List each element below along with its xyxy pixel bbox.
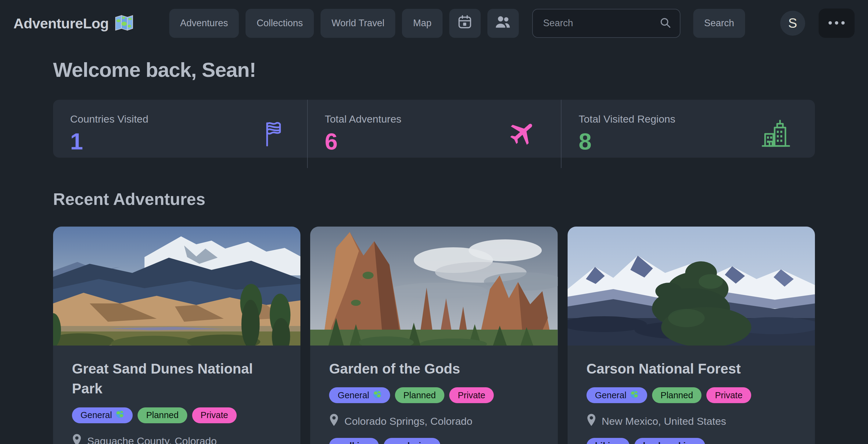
users-icon — [494, 15, 512, 31]
app-logo[interactable]: AdventureLog — [13, 14, 133, 32]
adventure-card[interactable]: Garden of the Gods General — [310, 227, 558, 444]
search-input[interactable] — [532, 9, 680, 38]
ellipsis-icon — [828, 21, 845, 26]
world-map-icon — [114, 14, 133, 32]
app-title: AdventureLog — [13, 15, 109, 32]
nav-item-map[interactable]: Map — [402, 9, 442, 38]
red-rock-spires-photo — [310, 227, 558, 346]
adventure-card[interactable]: Carson National Forest General — [567, 227, 815, 444]
adventure-title: Great Sand Dunes National Park — [72, 359, 255, 399]
location-row: Saguache County, Colorado — [72, 434, 281, 444]
avatar[interactable]: S — [780, 11, 805, 36]
status-badge: Planned — [395, 387, 444, 403]
tag-row: walking exploring — [329, 438, 538, 444]
status-badge: Planned — [137, 407, 187, 423]
calendar-icon — [457, 14, 472, 32]
category-badge: General — [72, 407, 133, 423]
badge-row: General Planned Private — [329, 387, 538, 403]
location-pin-icon — [587, 413, 596, 429]
city-icon — [761, 119, 791, 149]
tag-row: hiking backpacking — [587, 438, 796, 444]
navbar: AdventureLog Adventures Collections Worl… — [0, 0, 868, 46]
badge-label: General — [81, 410, 112, 420]
snowy-forest-mountains-photo — [567, 227, 815, 346]
location-row: New Mexico, United States — [587, 413, 796, 429]
navbar-right: S — [780, 8, 855, 38]
avatar-initial: S — [788, 15, 797, 31]
category-badge: General — [329, 387, 390, 403]
activity-tag: hiking — [587, 438, 629, 444]
activity-tag: exploring — [384, 438, 441, 444]
card-body: Garden of the Gods General — [310, 346, 558, 444]
users-button[interactable] — [487, 9, 519, 38]
stat-total-visited-regions: Total Visited Regions 8 — [561, 100, 815, 168]
search-icon — [659, 17, 671, 30]
adventure-card[interactable]: Great Sand Dunes National Park General — [53, 227, 301, 444]
activity-tag: backpacking — [634, 438, 705, 444]
sand-dunes-photo — [53, 227, 301, 346]
flag-icon — [263, 120, 283, 148]
location-pin-icon — [329, 413, 339, 429]
airplane-icon — [508, 119, 537, 149]
card-body: Carson National Forest General — [567, 346, 815, 444]
stats-panel: Countries Visited 1 Total Adventures 6 — [53, 100, 815, 158]
location-text: Colorado Springs, Colorado — [344, 415, 472, 427]
category-badge: General — [587, 387, 647, 403]
status-badge: Planned — [652, 387, 702, 403]
visibility-badge: Private — [706, 387, 751, 403]
globe-icon — [630, 390, 639, 401]
search-button[interactable]: Search — [693, 9, 745, 38]
location-text: Saguache County, Colorado — [87, 435, 217, 444]
location-text: New Mexico, United States — [602, 415, 726, 427]
location-row: Colorado Springs, Colorado — [329, 413, 538, 429]
location-pin-icon — [72, 434, 82, 444]
adventure-title: Garden of the Gods — [329, 359, 512, 379]
globe-icon — [116, 410, 124, 420]
stat-total-adventures: Total Adventures 6 — [307, 100, 561, 168]
globe-icon — [373, 390, 381, 401]
visibility-badge: Private — [192, 407, 237, 423]
stat-countries-visited: Countries Visited 1 — [53, 100, 307, 168]
nav-item-adventures[interactable]: Adventures — [169, 9, 239, 38]
activity-tag: walking — [329, 438, 378, 444]
search-container — [532, 9, 680, 38]
adventure-title: Carson National Forest — [587, 359, 770, 379]
badge-label: General — [595, 390, 626, 401]
badge-label: General — [338, 390, 369, 401]
main-content: Welcome back, Sean! Countries Visited 1 … — [0, 58, 868, 444]
stat-label: Countries Visited — [70, 113, 290, 125]
badge-row: General Planned Private — [72, 407, 281, 423]
nav-item-world-travel[interactable]: World Travel — [320, 9, 395, 38]
calendar-button[interactable] — [449, 9, 480, 38]
overflow-menu-button[interactable] — [818, 8, 855, 38]
adventure-cards: Great Sand Dunes National Park General — [53, 227, 815, 444]
welcome-heading: Welcome back, Sean! — [53, 58, 815, 82]
nav-item-collections[interactable]: Collections — [246, 9, 314, 38]
recent-adventures-heading: Recent Adventures — [53, 189, 815, 209]
badge-row: General Planned Private — [587, 387, 796, 403]
visibility-badge: Private — [449, 387, 494, 403]
card-body: Great Sand Dunes National Park General — [53, 346, 301, 444]
stat-value: 1 — [70, 128, 290, 155]
nav-menu: Adventures Collections World Travel Map — [169, 9, 745, 38]
